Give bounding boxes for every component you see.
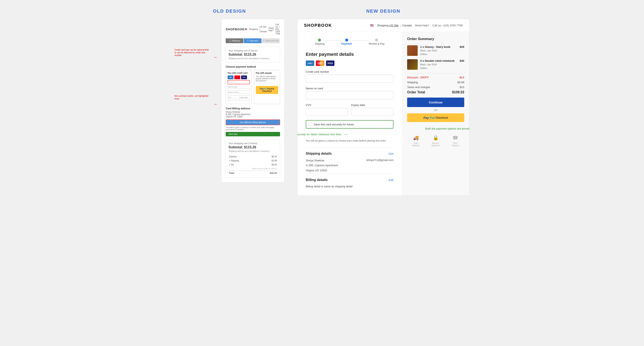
paypal-button-new[interactable]: Pay Pal Checkout — [407, 113, 464, 122]
old-site-links: US Site | Canada — [260, 26, 267, 33]
old-step-shipping: 1. Shipping — [226, 38, 244, 43]
step-label-payment: Payment — [342, 42, 352, 45]
trust-icon-delivery: 🚚 Fastdelivery — [412, 134, 420, 147]
arrow-billing-btn: ← — [214, 102, 218, 106]
new-need-help: Need help? — [415, 24, 429, 27]
sidebar-item-price-2: $40 — [460, 59, 464, 62]
step-circle-payment — [345, 38, 348, 42]
sidebar-item-price-1: $29 — [460, 45, 464, 48]
old-expiry-field[interactable] — [240, 99, 250, 101]
brand-mc-icon — [316, 60, 324, 66]
new-header: SHOPBOOK 🇺🇸 Shopping US Site | Canada Ne… — [297, 19, 469, 32]
visa-icon: VISA — [241, 76, 247, 79]
old-paypal-button[interactable]: PayPal PayPal Checkout — [256, 86, 278, 94]
sidebar-total-row: Order Total $109.53 — [407, 90, 464, 94]
old-paypal-label: Pay with paypal — [256, 72, 278, 74]
new-main-content: Shipping Payment Review & Pay — [297, 32, 402, 196]
billing-edit-button[interactable]: Edit — [389, 178, 394, 182]
step-line-1 — [324, 40, 342, 40]
shipping-edit-button[interactable]: Edit — [389, 152, 394, 155]
old-payment-title: Choose payment method — [226, 65, 280, 68]
step-line-2 — [352, 40, 369, 40]
old-step-payment: 2. Payment — [244, 38, 262, 43]
sidebar-item-1: 1 x Glassy - Dairy book Black, Jan 2018E… — [407, 45, 464, 56]
card-number-input[interactable] — [306, 74, 394, 82]
brand-amex-icon: AMEX — [306, 60, 314, 66]
sidebar-item-name-2: 2 x Double ruled notebook — [420, 59, 457, 62]
card-number-label: Credit card number — [306, 70, 394, 73]
old-call: Call us: +(43) 2345 7789 — [275, 24, 280, 35]
old-flag: 🇺🇸 — [245, 28, 247, 30]
old-name-field[interactable] — [228, 94, 250, 96]
old-design-header: OLD DESIGN — [174, 8, 284, 14]
old-card-type-field[interactable]: Card type — [228, 80, 250, 84]
new-flag: 🇺🇸 — [370, 24, 374, 27]
trust-payment-label: Securepayment — [432, 142, 440, 147]
old-paypal-note: You will be redirected to paypal website… — [256, 76, 278, 82]
paypal-checkout-text: Checkout — [435, 116, 448, 119]
sidebar-title: Order Summary — [407, 37, 464, 41]
trust-icon-payment: 🔒 Securepayment — [432, 134, 440, 147]
name-on-card-input[interactable] — [306, 91, 394, 99]
cvv-label: CVV — [306, 104, 348, 106]
shipping-title: Shipping details — [306, 152, 332, 156]
table-row-total: Total $10.24 — [229, 171, 277, 175]
expiry-label: Expiry date — [351, 104, 394, 106]
new-design-card: SHOPBOOK 🇺🇸 Shopping US Site | Canada Ne… — [297, 19, 470, 196]
old-cart-details: Your shopping cart (3 items) Subtotal: $… — [226, 139, 280, 178]
old-steps: 1. Shipping 2. Payment 3. Order and Pay — [226, 38, 280, 43]
old-billing-addr: Shriya Shekhar A-206, Cypress Apartment … — [226, 111, 280, 118]
old-cart-details-note: Shipping and tax are calculated in check… — [228, 150, 277, 152]
cvv-input[interactable] — [306, 108, 348, 116]
billing-details-section: Billing details Edit Billing detail is s… — [306, 174, 394, 189]
step-label-review: Review & Pay — [369, 42, 384, 45]
shipping-email: shriya711@gmail.com — [366, 158, 394, 173]
old-next-button[interactable]: Next step — [226, 132, 280, 136]
old-cvv-field[interactable] — [228, 99, 238, 101]
both-payment-annotation: Both the payment options are provided. — [425, 127, 470, 130]
expiry-input[interactable] — [351, 108, 394, 116]
trust-support-label: 24x7Support — [452, 142, 459, 147]
old-design-card: SHOPBOOK 🇺🇸 Shopping US Site | Canada Ne… — [221, 19, 284, 182]
old-cart-details-subtotal: Subtotal: $115.26 — [228, 146, 277, 149]
old-billing-title: Card Billing address — [226, 107, 280, 110]
old-need-help: Need help? — [268, 27, 274, 32]
step-circle-review — [375, 38, 378, 42]
annotation-not-primary: Not a primary button, yet highlighted mo… — [174, 94, 210, 100]
new-form-title: Enter payment details — [306, 52, 394, 57]
old-credit-label: Pay with credit card — [228, 72, 250, 74]
cvv-expiry-row: CVV Expiry date — [306, 104, 394, 120]
table-row: + Tax $0.46 — [229, 163, 277, 166]
old-billing-button[interactable]: Use different billing address — [226, 120, 280, 125]
amex-icon: AMEX — [228, 76, 234, 79]
sidebar-item-img-1 — [407, 45, 418, 56]
step-circle-shipping — [318, 38, 321, 42]
new-call: Call us: +(43) 2345 7789 — [432, 24, 462, 27]
trust-icons: 🚚 Fastdelivery 🔒 Securepayment ☎ 24x7Sup… — [407, 134, 464, 147]
sidebar-item-2: 2 x Double ruled notebook Black, Jan 201… — [407, 59, 464, 70]
paypal-blue-text: Pay — [423, 116, 429, 120]
sidebar-item-variant-2: Black, Jan 2018Edition — [420, 63, 457, 70]
lock-icon: 🔒 — [432, 134, 439, 141]
arrow-card-type: ← — [214, 55, 218, 60]
paypal-light-text: Pal — [430, 116, 435, 120]
table-row: + Shipping $3.99 — [229, 159, 277, 162]
save-card-checkbox[interactable] — [309, 123, 312, 126]
new-design-header: NEW DESIGN — [297, 8, 470, 14]
annotation-credit-card: Credit card type can be optional field o… — [174, 48, 210, 57]
old-card-number-field[interactable] — [228, 88, 250, 90]
continue-button[interactable]: Continue — [407, 98, 464, 107]
old-step-order: 3. Order and Pay — [262, 38, 280, 43]
sidebar-divider — [407, 73, 464, 73]
step-label-shipping: Shipping — [314, 42, 324, 45]
old-card-icons: AMEX VISA — [228, 76, 250, 79]
truck-icon: 🚚 — [412, 134, 419, 141]
table-row: Subtotal $5.49 — [229, 155, 277, 158]
name-on-card-group: Name on card — [306, 87, 394, 99]
old-cart-summary-top: Your shopping cart (3 items) Subtotal: $… — [226, 46, 280, 62]
sidebar-item-name-1: 1 x Glassy - Dairy book — [420, 45, 457, 48]
phone-icon: ☎ — [452, 134, 459, 141]
sidebar-item-variant-1: Black, Jan 2018Edition — [420, 49, 457, 56]
new-sidebar: Order Summary 1 x Glassy - Dairy book Bl… — [402, 32, 469, 196]
name-on-card-label: Name on card — [306, 87, 394, 90]
